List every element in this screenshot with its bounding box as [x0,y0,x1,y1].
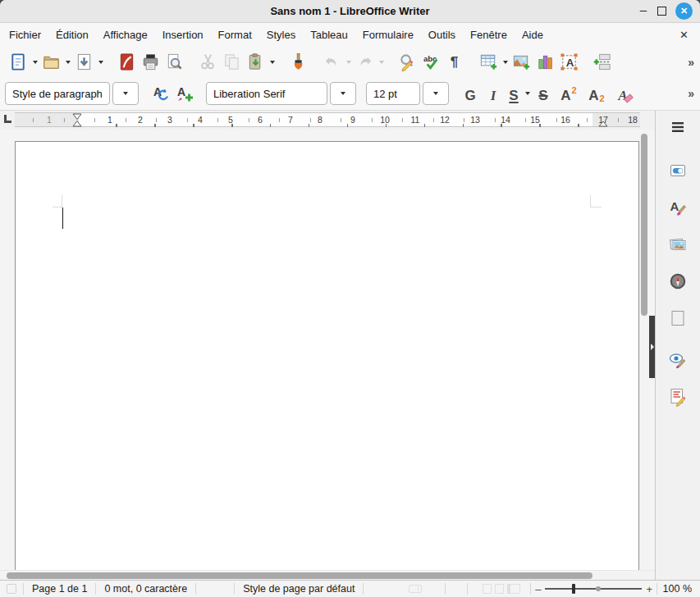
zoom-slider[interactable] [545,583,642,595]
sidebar-tab-style-inspector[interactable] [662,345,693,375]
save-button[interactable] [72,50,96,75]
formatting-marks-button[interactable]: ¶ [443,50,467,75]
insert-image-button[interactable] [510,50,533,75]
copy-button[interactable] [220,50,244,75]
book-view-icon[interactable] [507,584,520,594]
font-size-dropdown[interactable] [423,82,449,105]
menu-item[interactable]: Styles [259,25,303,44]
font-size-input[interactable]: 12 pt [366,82,420,105]
paragraph-style-input[interactable]: Style de paragraph [5,82,110,105]
paste-dropdown[interactable] [268,50,277,75]
menu-item[interactable]: Insertion [155,25,211,44]
indent-marker-right[interactable] [598,121,608,127]
save-dropdown[interactable] [96,50,105,75]
new-document-button[interactable] [7,50,30,75]
ruler-number: 6 [258,115,263,125]
formatting-toolbar: Style de paragraph A A Liberation Serif … [0,77,700,111]
menu-item[interactable]: Affichage [96,25,155,44]
print-preview-button[interactable] [162,50,186,75]
spelling-button[interactable]: abc [419,50,443,75]
clear-formatting-button[interactable]: A [611,81,640,106]
single-page-view-icon[interactable] [483,584,492,594]
document-page[interactable] [15,141,639,570]
insert-table-button[interactable] [477,50,501,75]
menu-item[interactable]: Fichier [2,25,48,44]
document-area[interactable] [0,130,655,570]
sidebar-tab-manage-changes[interactable] [662,382,693,412]
menu-item[interactable]: Outils [421,25,463,44]
find-replace-button[interactable] [396,50,419,75]
vertical-scrollbar[interactable] [639,130,649,570]
new-style-button[interactable]: A [172,81,196,106]
maximize-button[interactable] [657,7,666,16]
underline-dropdown[interactable] [523,81,532,106]
menu-item[interactable]: Format [211,25,259,44]
font-name-dropdown[interactable] [330,82,356,105]
sidebar-tab-gallery[interactable] [662,230,693,259]
close-document-icon[interactable]: ✕ [676,29,692,41]
redo-dropdown[interactable] [377,50,386,75]
horizontal-scrollbar[interactable] [0,570,655,580]
chevron-down-icon [346,61,351,64]
print-button[interactable] [139,50,162,75]
redo-button[interactable] [353,50,377,75]
ruler-number: 16 [560,115,570,125]
close-button[interactable]: ✕ [675,2,693,20]
selection-mode-icon[interactable] [409,585,422,593]
menu-item[interactable]: Édition [48,25,96,44]
indent-marker-left[interactable] [72,113,82,127]
menu-item[interactable]: Formulaire [355,25,421,44]
horizontal-scrollbar-thumb[interactable] [7,572,592,579]
vertical-scrollbar-thumb[interactable] [641,134,647,316]
paste-button[interactable] [244,50,268,75]
titlebar[interactable]: Sans nom 1 - LibreOffice Writer – ✕ [0,0,700,23]
horizontal-ruler[interactable]: 1 123456789101112131415161718 [0,111,655,130]
app-window: Sans nom 1 - LibreOffice Writer – ✕ Fich… [0,0,700,597]
menu-item[interactable]: Tableau [303,25,355,44]
paragraph-style-dropdown[interactable] [112,82,139,105]
minimize-button[interactable]: – [638,7,648,16]
sidebar-tab-styles[interactable]: A [662,193,693,222]
insert-page-break-button[interactable] [591,50,615,75]
zoom-out-button[interactable]: – [531,583,545,595]
new-style-icon: A [175,84,194,103]
open-dropdown[interactable] [63,50,72,75]
new-document-dropdown[interactable] [30,50,39,75]
bold-button[interactable]: G [459,81,482,106]
page-style[interactable]: Style de page par défaut [235,583,363,595]
toolbar-overflow-button[interactable]: » [688,56,693,69]
font-name-input[interactable]: Liberation Serif [206,82,327,105]
insert-text-box-button[interactable]: A [557,50,581,75]
clone-formatting-button[interactable] [286,50,310,75]
word-count[interactable]: 0 mot, 0 caractère [96,583,195,595]
update-style-button[interactable]: A [149,81,172,106]
underline-button[interactable]: S [505,81,523,106]
multi-page-view-icon[interactable] [495,584,504,594]
menu-item[interactable]: Fenêtre [463,25,515,44]
cut-button[interactable] [196,50,220,75]
export-pdf-button[interactable] [115,50,139,75]
sidebar-toggle-handle[interactable] [649,316,655,378]
strikethrough-button[interactable]: S [532,81,555,106]
superscript-button[interactable]: A2 [555,81,583,106]
insert-table-dropdown[interactable] [501,50,510,75]
sidebar-tab-properties[interactable] [662,156,693,185]
sidebar-tab-navigator[interactable] [662,267,693,296]
sidebar-settings-button[interactable] [662,112,693,142]
sidebar-tab-page[interactable] [662,303,693,333]
zoom-level[interactable]: 100 % [657,583,700,595]
italic-button[interactable]: I [482,81,505,106]
menu-item[interactable]: Aide [515,25,551,44]
toolbar-overflow-button[interactable]: » [688,87,693,100]
undo-button[interactable] [320,50,344,75]
new-document-icon [9,52,28,71]
zoom-slider-track[interactable] [545,588,642,590]
zoom-slider-handle[interactable] [572,584,575,594]
tab-stop-type-selector[interactable] [4,115,11,123]
insert-chart-button[interactable] [533,50,557,75]
zoom-in-button[interactable]: + [642,583,657,595]
subscript-button[interactable]: A2 [583,81,611,106]
undo-dropdown[interactable] [344,50,353,75]
page-count[interactable]: Page 1 de 1 [24,583,95,595]
open-button[interactable] [39,50,63,75]
